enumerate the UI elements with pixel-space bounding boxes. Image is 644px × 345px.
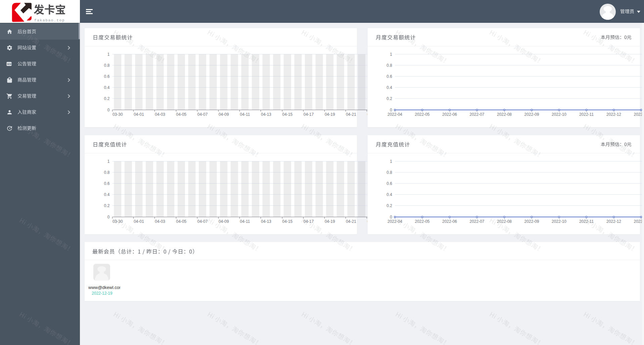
svg-text:0.4: 0.4 [104, 192, 110, 197]
svg-text:0.4: 0.4 [386, 192, 392, 197]
svg-text:NEW: NEW [7, 63, 12, 65]
svg-text:04-01: 04-01 [134, 219, 144, 224]
svg-text:1: 1 [390, 52, 392, 57]
svg-text:04-01: 04-01 [134, 112, 144, 117]
svg-text:04-05: 04-05 [176, 219, 187, 224]
svg-text:0.4: 0.4 [386, 85, 392, 90]
svg-text:04-11: 04-11 [240, 112, 250, 117]
svg-text:04-13: 04-13 [261, 219, 271, 224]
svg-text:04-03: 04-03 [155, 219, 165, 224]
svg-text:0.2: 0.2 [386, 203, 392, 208]
svg-text:2022-04: 2022-04 [387, 112, 402, 117]
svg-text:2022-06: 2022-06 [442, 112, 457, 117]
svg-text:0: 0 [390, 215, 392, 219]
svg-text:2022-07: 2022-07 [469, 219, 484, 224]
svg-text:2022-10: 2022-10 [552, 112, 566, 117]
svg-text:0.6: 0.6 [104, 181, 110, 186]
svg-text:0.2: 0.2 [104, 96, 110, 101]
svg-text:2022-07: 2022-07 [469, 112, 484, 117]
svg-text:0.2: 0.2 [386, 96, 392, 101]
svg-text:04-15: 04-15 [282, 112, 293, 117]
svg-text:1: 1 [390, 159, 392, 164]
svg-text:2022-08: 2022-08 [497, 112, 512, 117]
svg-text:04-23: 04-23 [367, 112, 367, 117]
svg-text:04-05: 04-05 [176, 112, 187, 117]
svg-text:0.6: 0.6 [104, 74, 110, 79]
svg-text:2022-10: 2022-10 [552, 219, 566, 224]
svg-text:04-19: 04-19 [325, 112, 335, 117]
svg-text:04-03: 04-03 [155, 112, 165, 117]
svg-text:0.8: 0.8 [104, 63, 110, 68]
svg-text:2022-05: 2022-05 [415, 112, 429, 117]
svg-text:04-09: 04-09 [219, 112, 229, 117]
svg-text:0.2: 0.2 [104, 203, 110, 208]
svg-text:0.8: 0.8 [386, 63, 392, 68]
svg-text:04-17: 04-17 [304, 219, 314, 224]
svg-text:04-19: 04-19 [325, 219, 335, 224]
svg-text:04-17: 04-17 [304, 112, 314, 117]
svg-text:2022-11: 2022-11 [579, 112, 594, 117]
svg-text:1: 1 [107, 52, 110, 57]
svg-text:0: 0 [107, 215, 110, 219]
svg-text:1: 1 [107, 159, 110, 164]
svg-text:2022-08: 2022-08 [497, 219, 512, 224]
svg-text:2022-05: 2022-05 [415, 219, 429, 224]
svg-text:03-30: 03-30 [112, 219, 123, 224]
svg-text:2022-09: 2022-09 [524, 112, 539, 117]
svg-text:04-11: 04-11 [240, 219, 250, 224]
svg-text:0.6: 0.6 [386, 181, 392, 186]
svg-text:2022-06: 2022-06 [442, 219, 457, 224]
svg-text:04-23: 04-23 [367, 219, 367, 224]
svg-text:0.6: 0.6 [386, 74, 392, 79]
svg-text:04-13: 04-13 [261, 112, 271, 117]
svg-text:2022-12: 2022-12 [606, 219, 621, 224]
svg-text:04-21: 04-21 [346, 219, 356, 224]
svg-text:0.4: 0.4 [104, 85, 110, 90]
svg-text:04-09: 04-09 [219, 219, 229, 224]
svg-text:2022-04: 2022-04 [387, 219, 402, 224]
svg-text:0: 0 [107, 108, 110, 112]
svg-text:04-07: 04-07 [197, 112, 208, 117]
svg-text:04-07: 04-07 [197, 219, 208, 224]
svg-text:2022-11: 2022-11 [579, 219, 594, 224]
svg-text:0: 0 [390, 108, 392, 112]
svg-text:0.8: 0.8 [386, 170, 392, 175]
svg-text:2022-09: 2022-09 [524, 219, 539, 224]
svg-text:2022-12: 2022-12 [606, 112, 621, 117]
svg-text:04-21: 04-21 [346, 112, 356, 117]
svg-text:03-30: 03-30 [112, 112, 123, 117]
svg-text:0.8: 0.8 [104, 170, 110, 175]
svg-text:04-15: 04-15 [282, 219, 293, 224]
